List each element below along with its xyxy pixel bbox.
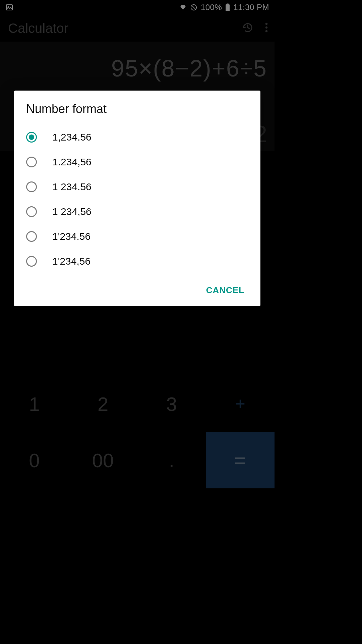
dialog-title: Number format <box>26 102 248 116</box>
radio-icon <box>26 181 37 192</box>
radio-icon <box>26 256 37 267</box>
radio-icon <box>26 132 37 143</box>
format-option-label: 1 234,56 <box>52 206 92 217</box>
format-option-label: 1'234.56 <box>52 231 90 242</box>
radio-icon <box>26 157 37 167</box>
radio-icon <box>26 231 37 242</box>
format-option[interactable]: 1 234.56 <box>26 174 248 199</box>
format-option-label: 1 234.56 <box>52 181 92 193</box>
radio-icon <box>26 206 37 217</box>
format-option[interactable]: 1,234.56 <box>26 125 248 150</box>
format-option-list: 1,234.56 1.234,56 1 234.56 1 234,56 1'23… <box>26 125 248 274</box>
format-option[interactable]: 1'234,56 <box>26 249 248 274</box>
cancel-button[interactable]: CANCEL <box>203 281 247 300</box>
format-option[interactable]: 1.234,56 <box>26 150 248 174</box>
number-format-dialog: Number format 1,234.56 1.234,56 1 234.56… <box>14 91 260 306</box>
format-option-label: 1.234,56 <box>52 156 92 168</box>
format-option[interactable]: 1 234,56 <box>26 199 248 224</box>
format-option-label: 1,234.56 <box>52 131 92 143</box>
format-option[interactable]: 1'234.56 <box>26 224 248 249</box>
format-option-label: 1'234,56 <box>52 256 90 267</box>
